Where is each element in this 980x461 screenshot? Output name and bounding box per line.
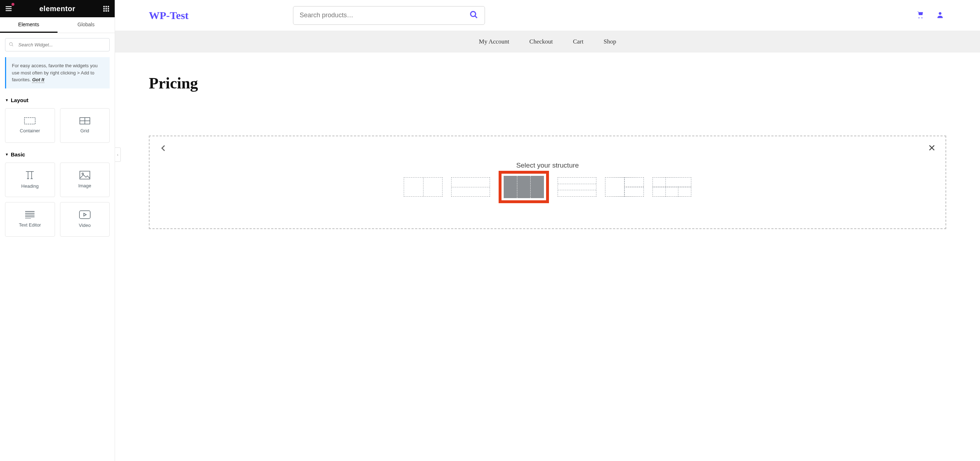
tip-gotit-link[interactable]: Got It: [32, 77, 44, 83]
close-icon: [928, 144, 935, 152]
svg-point-34: [939, 12, 941, 14]
product-search-input[interactable]: [300, 11, 469, 19]
widget-label: Text Editor: [19, 222, 41, 228]
svg-rect-14: [24, 118, 35, 124]
widget-image[interactable]: Image: [60, 163, 110, 197]
sidebar-tabs: Elements Globals: [0, 17, 115, 33]
category-basic-toggle[interactable]: ▼ Basic: [5, 152, 110, 158]
video-icon: [79, 211, 91, 219]
image-icon: [80, 171, 90, 179]
tab-globals[interactable]: Globals: [57, 17, 115, 33]
apps-button[interactable]: [102, 4, 110, 13]
svg-rect-30: [80, 211, 90, 219]
svg-rect-8: [108, 8, 109, 10]
widget-grid[interactable]: Grid: [60, 108, 110, 143]
svg-point-12: [10, 42, 12, 45]
svg-rect-5: [108, 6, 109, 8]
category-layout-toggle[interactable]: ▼ Layout: [5, 97, 110, 103]
grid-icon: [80, 117, 90, 124]
favorites-tip: For easy access, favorite the widgets yo…: [5, 57, 110, 88]
preset-2col[interactable]: [404, 177, 442, 197]
widget-heading[interactable]: Heading: [5, 163, 55, 197]
widget-label: Video: [79, 223, 91, 228]
svg-point-32: [471, 11, 476, 16]
tip-text: For easy access, favorite the widgets yo…: [12, 63, 97, 82]
tab-elements[interactable]: Elements: [0, 17, 57, 33]
hamburger-icon: [5, 5, 13, 13]
structure-presets: [160, 177, 935, 203]
caret-down-icon: ▼: [5, 98, 9, 102]
container-icon: [24, 117, 36, 124]
structure-back-button[interactable]: [160, 144, 167, 153]
svg-line-13: [12, 45, 13, 46]
widget-video[interactable]: Video: [60, 202, 110, 237]
widget-label: Container: [20, 128, 40, 133]
svg-rect-6: [103, 8, 105, 10]
widget-container[interactable]: Container: [5, 108, 55, 143]
product-search-button[interactable]: [469, 10, 478, 21]
elementor-logo: elementor: [39, 5, 75, 13]
svg-rect-3: [103, 6, 105, 8]
site-nav: My Account Checkout Cart Shop: [115, 31, 980, 53]
svg-rect-23: [80, 171, 90, 179]
nav-cart[interactable]: Cart: [573, 38, 584, 45]
sidebar-header: elementor: [0, 0, 115, 17]
svg-rect-7: [106, 8, 107, 10]
site-header: WP-Test: [115, 0, 980, 31]
svg-rect-9: [103, 10, 105, 12]
caret-down-icon: ▼: [5, 153, 9, 156]
user-icon: [936, 11, 944, 19]
menu-button[interactable]: [4, 4, 13, 13]
widget-label: Heading: [21, 183, 38, 189]
heading-icon: [24, 171, 35, 180]
preset-top-wide[interactable]: [652, 177, 691, 197]
structure-heading: Select your structure: [160, 161, 935, 169]
structure-selector: Select your structure: [149, 136, 946, 229]
widget-label: Image: [78, 183, 91, 188]
widget-text-editor[interactable]: Text Editor: [5, 202, 55, 237]
nav-checkout[interactable]: Checkout: [530, 38, 553, 45]
svg-marker-31: [84, 213, 86, 216]
widget-label: Grid: [80, 128, 89, 133]
page-title: Pricing: [149, 74, 946, 93]
widget-search-input[interactable]: [5, 38, 110, 51]
editor-canvas: WP-Test My Account Checkout Cart Shop: [115, 0, 980, 461]
preset-3col-selected[interactable]: [499, 171, 549, 203]
nav-shop[interactable]: Shop: [604, 38, 616, 45]
apps-grid-icon: [103, 5, 109, 12]
account-link[interactable]: [936, 11, 944, 20]
chevron-left-icon: ‹: [117, 153, 118, 157]
category-basic-label: Basic: [11, 152, 25, 158]
site-title[interactable]: WP-Test: [149, 10, 189, 22]
elementor-sidebar: elementor Elements Globals For easy acce…: [0, 0, 115, 461]
category-layout-label: Layout: [11, 97, 29, 103]
product-search: [293, 6, 485, 25]
preset-3row[interactable]: [558, 177, 597, 197]
sidebar-collapse-handle[interactable]: ‹: [115, 147, 121, 162]
structure-close-button[interactable]: [928, 144, 935, 153]
cart-link[interactable]: [916, 11, 924, 20]
chevron-left-icon: [160, 144, 167, 152]
notification-dot-icon: [11, 3, 14, 6]
text-editor-icon: [24, 211, 35, 219]
search-icon: [9, 42, 14, 48]
svg-line-33: [475, 16, 477, 18]
svg-point-24: [82, 173, 83, 174]
search-icon: [469, 10, 478, 19]
widget-search: [5, 38, 110, 51]
preset-left-tall[interactable]: [605, 177, 644, 197]
nav-my-account[interactable]: My Account: [479, 38, 509, 45]
svg-rect-4: [106, 6, 107, 8]
svg-rect-10: [106, 10, 107, 12]
preset-2row[interactable]: [451, 177, 490, 197]
cart-icon: [916, 11, 924, 19]
svg-rect-11: [108, 10, 109, 12]
